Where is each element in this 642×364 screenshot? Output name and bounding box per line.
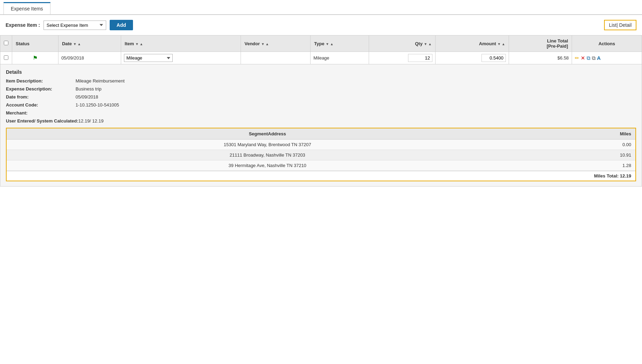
segment-col-address: SegmentAddress bbox=[7, 128, 528, 140]
segment-col-miles: Miles bbox=[528, 128, 635, 140]
expense-items-table: Status Date ▼ ▲ Item ▼ ▲ Vendor ▼ ▲ Type… bbox=[0, 35, 642, 64]
detail-date-from: Date from: 05/09/2018 bbox=[6, 94, 636, 100]
segment-address-2: 21111 Broadway, Nashville TN 37203 bbox=[7, 150, 528, 160]
detail-expense-description-label: Expense Description: bbox=[6, 86, 76, 92]
detail-item-description-value: Mileage Reimbursement bbox=[76, 78, 125, 84]
detail-date-from-value: 05/09/2018 bbox=[76, 94, 98, 100]
detail-merchant-label: Merchant: bbox=[6, 110, 76, 116]
segment-footer: Miles Total: 12.19 bbox=[7, 171, 635, 181]
col-actions: Actions bbox=[572, 35, 642, 52]
row-item-select[interactable]: Mileage bbox=[124, 54, 173, 62]
col-item: Item ▼ ▲ bbox=[121, 35, 241, 52]
page-icon[interactable]: ⧉ bbox=[592, 55, 596, 61]
segment-address-1: 15301 Maryland Way, Brentwood TN 37207 bbox=[7, 140, 528, 150]
col-type: Type ▼ ▲ bbox=[311, 35, 369, 52]
add-button[interactable]: Add bbox=[110, 20, 133, 30]
delete-icon[interactable]: ✕ bbox=[581, 55, 585, 61]
list-detail-button[interactable]: List| Detail bbox=[604, 20, 636, 30]
action-icons: ✏ ✕ ⧉ ⧉ A bbox=[575, 55, 639, 61]
miles-total: Miles Total: 12.19 bbox=[594, 173, 631, 179]
col-line-total: Line Total[Pre-Paid] bbox=[509, 35, 572, 52]
segment-address-3: 39 Hermitage Ave, Nashville TN 37210 bbox=[7, 160, 528, 171]
segment-table: SegmentAddress Miles 15301 Maryland Way,… bbox=[7, 128, 635, 171]
segment-miles-3: 1.28 bbox=[528, 160, 635, 171]
select-all-checkbox[interactable] bbox=[4, 41, 8, 45]
segment-row-1: 15301 Maryland Way, Brentwood TN 37207 0… bbox=[7, 140, 635, 150]
copy-icon[interactable]: ⧉ bbox=[587, 55, 590, 61]
detail-user-entered: User Entered/ System Calculated: 12.19/ … bbox=[6, 118, 636, 124]
detail-merchant: Merchant: bbox=[6, 110, 636, 116]
details-section: Details Item Description: Mileage Reimbu… bbox=[0, 64, 642, 187]
row-checkbox[interactable] bbox=[4, 55, 8, 60]
detail-user-entered-value: 12.19/ 12.19 bbox=[78, 118, 103, 124]
segment-row-3: 39 Hermitage Ave, Nashville TN 37210 1.2… bbox=[7, 160, 635, 171]
detail-user-entered-label: User Entered/ System Calculated: bbox=[6, 118, 78, 124]
col-qty: Qty ▼ ▲ bbox=[369, 35, 436, 52]
segment-miles-1: 0.00 bbox=[528, 140, 635, 150]
details-title: Details bbox=[6, 69, 636, 75]
col-vendor: Vendor ▼ ▲ bbox=[241, 35, 311, 52]
row-amount-input[interactable] bbox=[481, 54, 506, 62]
toolbar: Expense Item : Select Expense Item Add L… bbox=[0, 15, 642, 35]
col-amount: Amount ▼ ▲ bbox=[435, 35, 509, 52]
segment-miles-2: 10.91 bbox=[528, 150, 635, 160]
detail-account-code-label: Account Code: bbox=[6, 102, 76, 108]
detail-expense-description-value: Business trip bbox=[76, 86, 101, 92]
detail-item-description: Item Description: Mileage Reimbursement bbox=[6, 78, 636, 84]
row-line-total: $6.58 bbox=[509, 52, 572, 64]
flag-icon: ⚑ bbox=[33, 55, 38, 61]
segment-row-2: 21111 Broadway, Nashville TN 37203 10.91 bbox=[7, 150, 635, 160]
edit-icon[interactable]: ✏ bbox=[575, 55, 579, 61]
detail-item-description-label: Item Description: bbox=[6, 78, 76, 84]
approve-icon[interactable]: A bbox=[597, 55, 601, 61]
segment-container: SegmentAddress Miles 15301 Maryland Way,… bbox=[6, 128, 636, 181]
expense-item-select[interactable]: Select Expense Item bbox=[44, 21, 106, 30]
row-date: 05/09/2018 bbox=[58, 52, 121, 64]
row-vendor bbox=[241, 52, 311, 64]
expense-item-label: Expense Item : bbox=[6, 22, 40, 28]
detail-account-code: Account Code: 1-10.1250-10-541005 bbox=[6, 102, 636, 108]
tab-bar: Expense Items bbox=[0, 0, 642, 15]
detail-expense-description: Expense Description: Business trip bbox=[6, 86, 636, 92]
detail-date-from-label: Date from: bbox=[6, 94, 76, 100]
detail-account-code-value: 1-10.1250-10-541005 bbox=[76, 102, 119, 108]
row-type: Mileage bbox=[311, 52, 369, 64]
col-date: Date ▼ ▲ bbox=[58, 35, 121, 52]
table-row: ⚑ 05/09/2018 Mileage Mileage $6.58 ✏ ✕ bbox=[0, 52, 642, 64]
tab-expense-items[interactable]: Expense Items bbox=[3, 2, 50, 14]
col-status: Status bbox=[12, 35, 58, 52]
row-qty-input[interactable] bbox=[408, 54, 432, 62]
